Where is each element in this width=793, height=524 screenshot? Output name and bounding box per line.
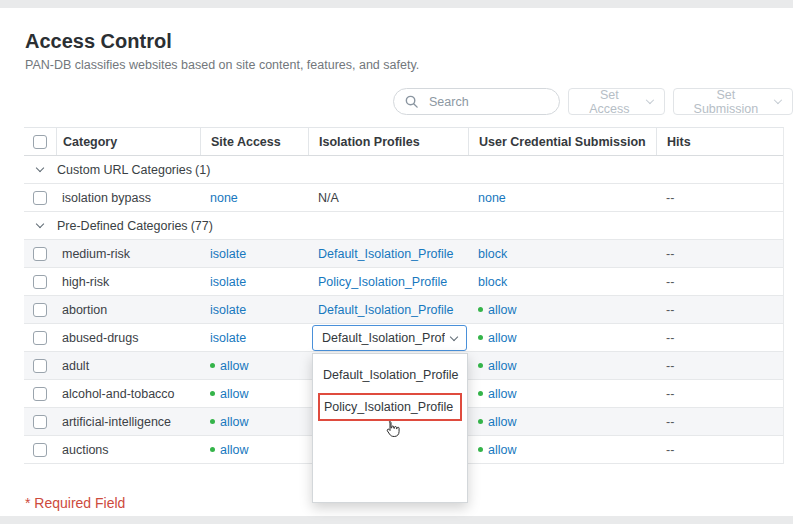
cell-value-link[interactable]: allow (488, 443, 517, 457)
search-box[interactable] (393, 88, 560, 115)
column-header-user-credential-submission: User Credential Submission (468, 128, 656, 155)
credential-submission-cell: allow (468, 380, 656, 407)
cell-value-link[interactable]: allow (220, 443, 249, 457)
hits-cell: -- (656, 408, 783, 435)
table-header-row: Category Site Access Isolation Profiles … (24, 128, 783, 156)
access-control-page: Access Control PAN-DB classifies website… (0, 0, 793, 524)
cell-value-link[interactable]: isolate (210, 303, 246, 317)
category-cell: auctions (56, 436, 200, 463)
cell-value-link[interactable]: block (478, 247, 507, 261)
category-cell: abortion (56, 296, 200, 323)
group-label: Pre-Defined Categories(77) (56, 212, 783, 239)
group-row[interactable]: Custom URL Categories(1) (24, 156, 783, 184)
row-checkbox[interactable] (33, 247, 47, 261)
cell-value-link[interactable]: none (210, 191, 238, 205)
menu-option-policy-isolation-profile[interactable]: Policy_Isolation_Profile (320, 395, 460, 419)
cell-value-link[interactable]: allow (488, 331, 517, 345)
group-row[interactable]: Pre-Defined Categories(77) (24, 212, 783, 240)
chevron-down-icon[interactable] (36, 220, 44, 228)
cell-value-link[interactable]: Policy_Isolation_Profile (318, 275, 447, 289)
toolbar: Set Access Set Submission (393, 88, 793, 115)
allow-status-dot (210, 447, 215, 452)
cell-value: N/A (318, 191, 339, 205)
allow-status-dot (478, 335, 483, 340)
set-access-button[interactable]: Set Access (568, 88, 665, 115)
cell-value-link[interactable]: isolate (210, 247, 246, 261)
cell-value-link[interactable]: Default_Isolation_Profile (318, 247, 454, 261)
row-checkbox[interactable] (33, 415, 47, 429)
row-checkbox[interactable] (33, 331, 47, 345)
set-submission-button[interactable]: Set Submission (673, 88, 793, 115)
isolation-profile-cell: Policy_Isolation_Profile (308, 268, 468, 295)
credential-submission-cell: allow (468, 324, 656, 351)
row-checkbox[interactable] (33, 387, 47, 401)
group-label: Custom URL Categories(1) (56, 156, 783, 183)
credential-submission-cell: allow (468, 296, 656, 323)
hits-cell: -- (656, 240, 783, 267)
cell-value-link[interactable]: allow (488, 359, 517, 373)
menu-option-default-isolation-profile[interactable]: Default_Isolation_Profile (313, 362, 467, 387)
site-access-cell: allow (200, 380, 308, 407)
category-cell: alcohol-and-tobacco (56, 380, 200, 407)
allow-status-dot (478, 391, 483, 396)
site-access-cell: isolate (200, 324, 308, 351)
site-access-cell: allow (200, 352, 308, 379)
search-input[interactable] (427, 94, 549, 110)
site-access-cell: isolate (200, 296, 308, 323)
category-cell: high-risk (56, 268, 200, 295)
credential-submission-cell: allow (468, 436, 656, 463)
row-checkbox[interactable] (33, 275, 47, 289)
category-cell: isolation bypass (56, 184, 200, 211)
select-all-checkbox[interactable] (33, 135, 47, 149)
allow-status-dot (210, 391, 215, 396)
row-checkbox[interactable] (33, 443, 47, 457)
chevron-down-icon (450, 332, 458, 340)
category-cell: abused-drugs (56, 324, 200, 351)
row-checkbox[interactable] (33, 303, 47, 317)
category-cell: medium-risk (56, 240, 200, 267)
table-row: medium-riskisolateDefault_Isolation_Prof… (24, 240, 783, 268)
category-cell: artificial-intelligence (56, 408, 200, 435)
credential-submission-cell: block (468, 240, 656, 267)
table-row: abortionisolateDefault_Isolation_Profile… (24, 296, 783, 324)
chevron-down-icon (774, 96, 782, 104)
page-header: Access Control PAN-DB classifies website… (25, 30, 419, 72)
cell-value-link[interactable]: allow (220, 359, 249, 373)
cell-value-link[interactable]: allow (488, 415, 517, 429)
cell-value-link[interactable]: Default_Isolation_Profile (318, 303, 454, 317)
allow-status-dot (210, 363, 215, 368)
allow-status-dot (478, 447, 483, 452)
hits-cell: -- (656, 436, 783, 463)
credential-submission-cell: block (468, 268, 656, 295)
column-header-hits: Hits (656, 128, 783, 155)
cell-value-link[interactable]: isolate (210, 331, 246, 345)
chevron-down-icon[interactable] (36, 164, 44, 172)
cell-value-link[interactable]: allow (488, 387, 517, 401)
site-access-cell: allow (200, 408, 308, 435)
set-access-label: Set Access (580, 88, 639, 116)
cell-value-link[interactable]: allow (220, 387, 249, 401)
select-value: Default_Isolation_Prof (322, 331, 445, 345)
cell-value-link[interactable]: isolate (210, 275, 246, 289)
cell-value-link[interactable]: allow (220, 415, 249, 429)
credential-submission-cell: allow (468, 352, 656, 379)
allow-status-dot (210, 419, 215, 424)
category-cell: adult (56, 352, 200, 379)
isolation-profile-cell: N/A (308, 184, 468, 211)
cell-value-link[interactable]: allow (488, 303, 517, 317)
row-checkbox[interactable] (33, 191, 47, 205)
hand-pointer-cursor-icon (383, 418, 403, 440)
column-header-category: Category (56, 128, 200, 155)
hits-cell: -- (656, 352, 783, 379)
cell-value-link[interactable]: none (478, 191, 506, 205)
search-icon (404, 94, 419, 109)
cell-value-link[interactable]: block (478, 275, 507, 289)
isolation-profile-dropdown-menu: Default_Isolation_Profile Policy_Isolati… (312, 353, 468, 503)
annotation-highlight-box: Policy_Isolation_Profile (318, 393, 462, 421)
chevron-down-icon (646, 96, 654, 104)
isolation-profile-select[interactable]: Default_Isolation_Prof (312, 325, 467, 351)
column-header-isolation-profiles: Isolation Profiles (308, 128, 468, 155)
row-checkbox[interactable] (33, 359, 47, 373)
hits-cell: -- (656, 184, 783, 211)
table-row: isolation bypassnoneN/Anone-- (24, 184, 783, 212)
